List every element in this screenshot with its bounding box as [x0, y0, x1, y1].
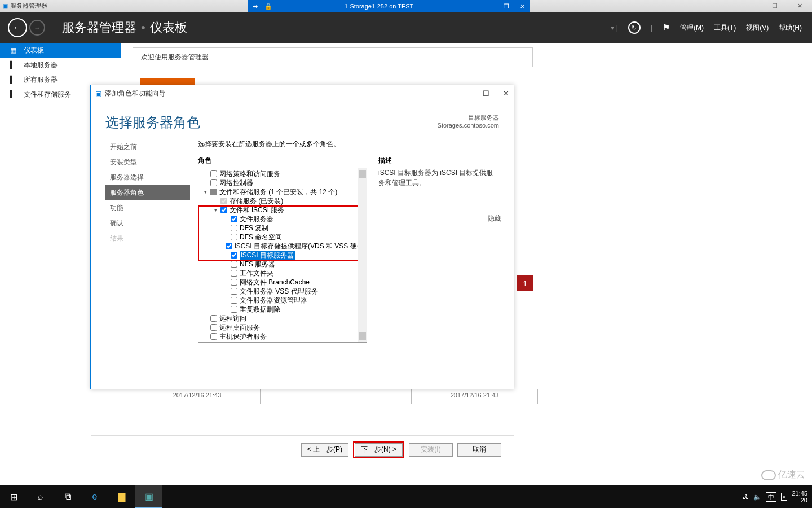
- dropdown-icon[interactable]: ▾ |: [611, 24, 617, 32]
- explorer-icon[interactable]: ▇: [108, 485, 135, 508]
- tray-date[interactable]: 20: [792, 497, 807, 503]
- role-row[interactable]: ▾文件和存储服务 (1 个已安装，共 12 个): [201, 187, 364, 196]
- outer-close-button[interactable]: ✕: [787, 0, 812, 12]
- checkbox[interactable]: [210, 170, 217, 177]
- role-row[interactable]: 网络策略和访问服务: [201, 169, 364, 178]
- role-row[interactable]: iSCSI 目标存储提供程序(VDS 和 VSS 硬件提供: [201, 242, 364, 251]
- outer-minimize-button[interactable]: —: [738, 0, 762, 12]
- wizard-step[interactable]: 确认: [105, 216, 190, 231]
- checkbox[interactable]: [231, 225, 237, 231]
- role-row[interactable]: DFS 复制: [201, 224, 364, 233]
- role-row[interactable]: ▾文件和 iSCSI 服务: [201, 205, 364, 214]
- checkbox[interactable]: [231, 288, 237, 295]
- scroll-down-icon[interactable]: [359, 332, 366, 340]
- checkbox[interactable]: [210, 179, 217, 186]
- role-label: 文件服务器 VSS 代理服务: [240, 287, 318, 296]
- wizard-close-button[interactable]: ✕: [503, 89, 509, 98]
- tray-ime[interactable]: 中: [766, 492, 776, 502]
- wizard-step[interactable]: 服务器选择: [105, 170, 190, 185]
- menu-manage[interactable]: 管理(M): [680, 23, 704, 33]
- task-view-icon[interactable]: ⧉: [54, 485, 81, 508]
- wizard-maximize-button[interactable]: ☐: [483, 89, 489, 98]
- checkbox[interactable]: [210, 333, 217, 340]
- scroll-up-icon[interactable]: [359, 170, 366, 178]
- scrollbar[interactable]: [358, 168, 367, 342]
- breadcrumb: 服务器管理器 • 仪表板: [62, 19, 187, 36]
- role-row[interactable]: 工作文件夹: [201, 269, 364, 278]
- outer-maximize-button[interactable]: ☐: [762, 0, 787, 12]
- checkbox[interactable]: [231, 270, 237, 277]
- wizard-step[interactable]: 安装类型: [105, 155, 190, 170]
- nav-back-button[interactable]: ←: [8, 18, 27, 37]
- checkbox[interactable]: [231, 252, 237, 259]
- role-row[interactable]: 文件服务器 VSS 代理服务: [201, 287, 364, 296]
- vm-minimize-button[interactable]: —: [483, 3, 498, 10]
- expand-icon[interactable]: ▾: [213, 207, 218, 213]
- role-row[interactable]: 网络控制器: [201, 178, 364, 187]
- role-row[interactable]: 主机保护者服务: [201, 332, 364, 341]
- role-row[interactable]: NFS 服务器: [201, 260, 364, 269]
- wizard-step[interactable]: 服务器角色: [105, 185, 190, 200]
- nav-forward-button[interactable]: →: [29, 20, 45, 36]
- wizard-minimize-button[interactable]: —: [462, 89, 469, 98]
- vm-restore-button[interactable]: ❐: [498, 3, 514, 10]
- nav-item[interactable]: ▦仪表板: [0, 43, 121, 58]
- role-row[interactable]: 远程访问: [201, 314, 364, 323]
- checkbox[interactable]: [231, 261, 237, 268]
- tray-network-icon[interactable]: 🖧: [743, 493, 749, 500]
- wizard-step[interactable]: 开始之前: [105, 139, 190, 155]
- search-icon[interactable]: ⌕: [27, 485, 54, 508]
- vm-pin-icon[interactable]: ⇹: [248, 3, 262, 10]
- menu-view[interactable]: 视图(V): [746, 23, 769, 33]
- checkbox-partial-icon[interactable]: [210, 189, 217, 195]
- next-button[interactable]: 下一步(N) >: [355, 443, 403, 457]
- hide-link[interactable]: 隐藏: [488, 214, 501, 224]
- role-row[interactable]: iSCSI 目标服务器: [201, 251, 364, 260]
- role-label: 主机保护者服务: [219, 332, 267, 341]
- welcome-text: 欢迎使用服务器管理器: [141, 53, 209, 61]
- role-row[interactable]: 文件服务器: [201, 214, 364, 224]
- checkbox[interactable]: [231, 297, 237, 304]
- role-row[interactable]: 网络文件 BranchCache: [201, 278, 364, 287]
- role-row[interactable]: 存储服务 (已安装): [201, 196, 364, 205]
- checkbox[interactable]: [231, 279, 237, 286]
- breadcrumb-app: 服务器管理器: [62, 19, 136, 36]
- checkbox[interactable]: [231, 234, 237, 240]
- menu-tools[interactable]: 工具(T): [714, 23, 736, 33]
- notifications-flag-icon[interactable]: ⚑: [663, 23, 670, 33]
- checkbox[interactable]: [210, 324, 217, 331]
- checkbox[interactable]: [231, 306, 237, 313]
- nav-icon: ▍: [10, 76, 18, 84]
- alert-badge[interactable]: 1: [517, 275, 533, 291]
- tray-volume-icon[interactable]: 🔈: [753, 493, 761, 501]
- role-label: 网络控制器: [219, 178, 253, 188]
- tray-time[interactable]: 21:45: [792, 490, 807, 497]
- role-row[interactable]: 重复数据删除: [201, 305, 364, 314]
- role-row[interactable]: 文件服务器资源管理器: [201, 296, 364, 305]
- nav-item[interactable]: ▍本地服务器: [0, 58, 121, 72]
- vm-close-button[interactable]: ✕: [514, 3, 530, 10]
- expand-icon[interactable]: ▾: [203, 189, 208, 195]
- nav-label: 文件和存储服务: [24, 90, 71, 99]
- start-button[interactable]: ⊞: [0, 485, 27, 508]
- checkbox[interactable]: [220, 207, 227, 213]
- server-manager-icon: ▣: [2, 2, 8, 10]
- prev-button[interactable]: < 上一步(P): [301, 443, 348, 457]
- roles-tree[interactable]: 网络策略和访问服务网络控制器▾文件和存储服务 (1 个已安装，共 12 个)存储…: [198, 168, 367, 343]
- wizard-step[interactable]: 功能: [105, 200, 190, 216]
- wizard-step: 结果: [105, 231, 190, 246]
- cancel-button[interactable]: 取消: [457, 443, 501, 457]
- vm-lock-icon[interactable]: 🔒: [262, 3, 275, 10]
- nav-label: 本地服务器: [24, 60, 58, 70]
- refresh-icon[interactable]: ↻: [628, 21, 641, 34]
- menu-help[interactable]: 帮助(H): [779, 23, 802, 33]
- outer-window-title: 服务器管理器: [10, 2, 47, 10]
- wizard-titlebar[interactable]: ▣ 添加角色和功能向导 — ☐ ✕: [91, 85, 514, 102]
- server-manager-taskbar-icon[interactable]: ▣: [135, 485, 162, 508]
- checkbox[interactable]: [210, 315, 217, 322]
- role-row[interactable]: 远程桌面服务: [201, 323, 364, 332]
- checkbox[interactable]: [226, 243, 232, 249]
- ie-icon[interactable]: e: [81, 485, 108, 508]
- role-row[interactable]: DFS 命名空间: [201, 233, 364, 242]
- checkbox[interactable]: [231, 216, 237, 222]
